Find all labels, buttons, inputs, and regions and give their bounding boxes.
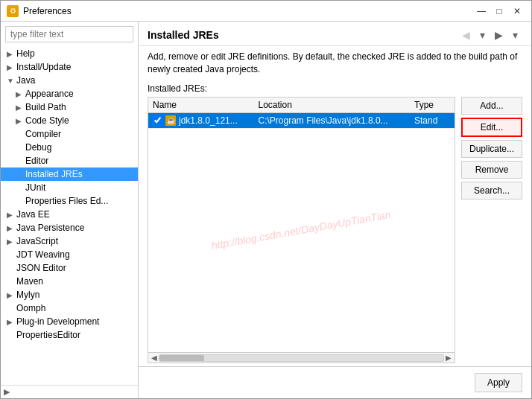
expand-arrow [16, 170, 23, 179]
jre-table-scroll[interactable]: Name Location Type [148, 98, 455, 352]
sidebar-item-compiler[interactable]: Compiler [1, 127, 138, 141]
sidebar-item-label: Java [16, 75, 35, 86]
sidebar-item-mylyn[interactable]: ▶ Mylyn [1, 288, 138, 301]
sidebar-item-java-ee[interactable]: ▶ Java EE [1, 208, 138, 221]
sidebar-item-oomph[interactable]: Oomph [1, 301, 138, 315]
section-label: Installed JREs: [148, 83, 522, 94]
expand-arrow: ▶ [7, 211, 14, 219]
nav-arrows: ◀ ▾ ▶ ▾ [458, 28, 522, 42]
expand-arrow [16, 144, 23, 152]
jre-table: Name Location Type [148, 98, 455, 129]
search-button[interactable]: Search... [461, 182, 522, 200]
nav-forward-dropdown-button[interactable]: ▾ [507, 28, 522, 42]
sidebar-item-java-persistence[interactable]: ▶ Java Persistence [1, 221, 138, 234]
jre-icon: ☕ [165, 115, 176, 126]
sidebar-item-label: Compiler [25, 129, 61, 139]
duplicate-button[interactable]: Duplicate... [461, 140, 522, 158]
panel-footer: Apply [139, 366, 531, 398]
expand-arrow [7, 251, 14, 259]
window-title: Preferences [23, 6, 72, 16]
minimize-button[interactable]: — [473, 4, 490, 18]
table-area: Name Location Type [148, 97, 522, 363]
add-button[interactable]: Add... [461, 97, 522, 115]
sidebar-item-label: Properties Files Ed... [25, 196, 108, 206]
sidebar-item-label: JSON Editor [16, 263, 66, 273]
col-location: Location [254, 98, 410, 113]
expand-arrow [16, 130, 23, 138]
edit-button[interactable]: Edit... [461, 118, 522, 137]
main-content: ▶ Help ▶ Install/Update ▼ Java ▶ Appeara… [1, 22, 531, 398]
panel-description: Add, remove or edit JRE definitions. By … [139, 46, 531, 80]
sidebar-item-label: JDT Weaving [16, 249, 70, 260]
expand-arrow [7, 304, 14, 313]
sidebar-item-label: Editor [25, 156, 48, 166]
title-bar-left: ⚙ Preferences [7, 5, 72, 17]
sidebar-item-label: PropertiesEditor [16, 330, 80, 340]
sidebar-item-plugin-development[interactable]: ▶ Plug-in Development [1, 315, 138, 328]
scroll-right-btn[interactable]: ▶ [444, 354, 453, 362]
nav-back-button[interactable]: ◀ [458, 28, 473, 42]
sidebar-item-properties-editor[interactable]: PropertiesEditor [1, 328, 138, 342]
expand-arrow: ▶ [7, 224, 14, 232]
sidebar-item-debug[interactable]: Debug [1, 141, 138, 154]
sidebar-item-install-update[interactable]: ▶ Install/Update [1, 60, 138, 74]
jre-name-cell: ☕ jdk1.8.0_121... [148, 112, 254, 128]
window-controls: — □ ✕ [473, 4, 525, 18]
sidebar-item-properties-files[interactable]: Properties Files Ed... [1, 194, 138, 208]
nav-forward-button[interactable]: ▶ [491, 28, 506, 42]
right-panel: Installed JREs ◀ ▾ ▶ ▾ Add, remove or ed… [139, 22, 531, 398]
sidebar-item-appearance[interactable]: ▶ Appearance [1, 87, 138, 100]
scrollbar-thumb [159, 355, 204, 361]
sidebar-item-code-style[interactable]: ▶ Code Style [1, 114, 138, 127]
sidebar-item-label: Build Path [25, 102, 66, 112]
panel-title: Installed JREs [148, 29, 219, 41]
tree-view[interactable]: ▶ Help ▶ Install/Update ▼ Java ▶ Appeara… [1, 47, 138, 385]
sidebar-item-build-path[interactable]: ▶ Build Path [1, 100, 138, 114]
sidebar-item-label: Install/Update [16, 62, 71, 72]
sidebar-item-java[interactable]: ▼ Java [1, 74, 138, 87]
sidebar-item-javascript[interactable]: ▶ JavaScript [1, 234, 138, 248]
preferences-window: ⚙ Preferences — □ ✕ ▶ Help ▶ Install/Upd… [0, 0, 532, 399]
sidebar-item-jdt-weaving[interactable]: JDT Weaving [1, 248, 138, 261]
sidebar-scroll-right[interactable]: ▶ [4, 387, 10, 397]
sidebar-item-label: Debug [25, 142, 51, 153]
expand-arrow [7, 331, 14, 339]
sidebar-item-label: Plug-in Development [16, 316, 99, 327]
expand-arrow [7, 278, 14, 286]
maximize-button[interactable]: □ [491, 4, 507, 18]
expand-arrow: ▶ [16, 117, 23, 125]
jre-checkbox[interactable] [153, 115, 162, 125]
sidebar-item-editor[interactable]: Editor [1, 154, 138, 167]
expand-arrow [16, 184, 23, 192]
filter-input[interactable] [5, 26, 133, 42]
horizontal-scrollbar[interactable]: ◀ ▶ [148, 352, 455, 363]
sidebar-item-json-editor[interactable]: JSON Editor [1, 261, 138, 275]
sidebar: ▶ Help ▶ Install/Update ▼ Java ▶ Appeara… [1, 22, 139, 398]
panel-body: Installed JREs: Name [139, 80, 531, 366]
right-buttons: Add... Edit... Duplicate... Remove Searc… [455, 97, 522, 363]
sidebar-item-junit[interactable]: JUnit [1, 181, 138, 194]
table-row[interactable]: ☕ jdk1.8.0_121... C:\Program Files\Java\… [148, 112, 455, 128]
jre-type-cell: Stand [410, 112, 455, 128]
scroll-left-btn[interactable]: ◀ [150, 354, 159, 362]
expand-arrow [7, 264, 14, 272]
sidebar-item-label: Maven [16, 276, 43, 287]
expand-arrow [16, 197, 23, 205]
close-button[interactable]: ✕ [509, 4, 525, 18]
expand-arrow [16, 157, 23, 165]
sidebar-item-label: Help [16, 48, 35, 59]
nav-dropdown-button[interactable]: ▾ [475, 28, 490, 42]
sidebar-item-installed-jres[interactable]: Installed JREs [1, 167, 138, 181]
col-type: Type [410, 98, 455, 113]
app-icon: ⚙ [7, 5, 19, 17]
scrollbar-track [159, 354, 444, 362]
expand-arrow: ▶ [7, 291, 14, 299]
apply-button[interactable]: Apply [475, 373, 522, 392]
remove-button[interactable]: Remove [461, 161, 522, 179]
sidebar-item-help[interactable]: ▶ Help [1, 47, 138, 60]
sidebar-item-maven[interactable]: Maven [1, 275, 138, 288]
expand-arrow: ▶ [7, 50, 14, 58]
panel-header: Installed JREs ◀ ▾ ▶ ▾ [139, 22, 531, 46]
col-name: Name [148, 98, 254, 113]
sidebar-item-label: Java EE [16, 209, 50, 220]
